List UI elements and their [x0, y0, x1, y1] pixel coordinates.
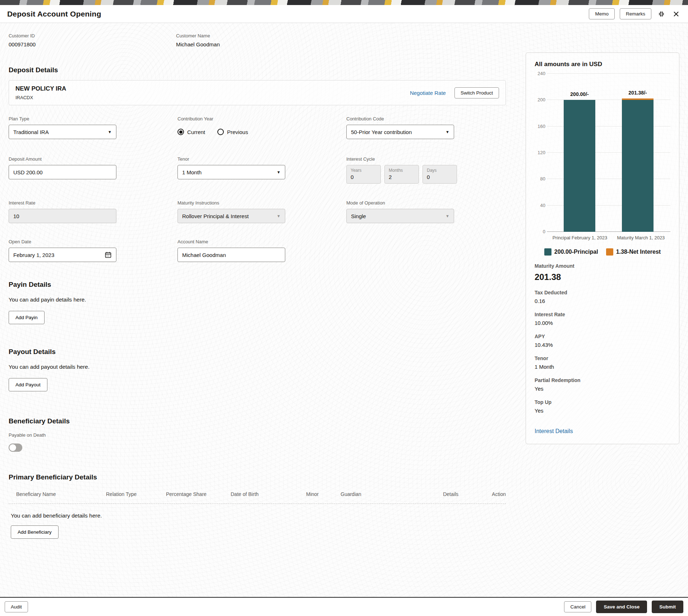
main-content: Customer ID 000971800 Customer Name Mich… [0, 23, 688, 597]
years-value: 0 [351, 174, 377, 180]
col-percentage-share: Percentage Share [166, 491, 231, 497]
chevron-down-icon: ▼ [445, 130, 449, 134]
chart-bars: 200.00/-201.38/- [547, 74, 670, 232]
memo-button[interactable]: Memo [589, 8, 615, 19]
bar-segment [564, 100, 595, 232]
beneficiary-details-heading: Beneficiary Details [9, 417, 515, 425]
contribution-code-label: Contribution Code [346, 116, 515, 121]
radio-unselected-icon [217, 129, 224, 135]
tenor-select[interactable]: 1 Month ▼ [177, 165, 285, 179]
col-beneficiary-name: Beneficiary Name [16, 491, 106, 497]
beneficiary-table-header: Beneficiary Name Relation Type Percentag… [9, 491, 506, 504]
open-date-label: Open Date [9, 239, 177, 244]
x-label-maturity: Maturity March 1, 2023 [617, 235, 665, 240]
interest-cycle-days: Days 0 [423, 165, 457, 184]
stat-tenor: Tenor 1 Month [535, 355, 670, 370]
app-header: Deposit Account Opening Memo Remarks [0, 5, 688, 23]
legend-net-interest-label: 1.38-Net Interest [616, 249, 661, 255]
add-payin-button[interactable]: Add Payin [9, 311, 45, 324]
interest-rate-label: Interest Rate [9, 200, 177, 206]
add-payout-button[interactable]: Add Payout [9, 378, 47, 391]
stat-label: Maturity Amount [535, 263, 670, 269]
stat-value: Yes [535, 408, 670, 414]
account-name-value: Michael Goodman [182, 252, 226, 258]
submit-button[interactable]: Submit [652, 601, 683, 613]
customer-summary: Customer ID 000971800 Customer Name Mich… [9, 33, 679, 47]
radio-selected-icon [177, 129, 184, 135]
col-date-of-birth: Date of Birth [231, 491, 306, 497]
interest-details-link[interactable]: Interest Details [535, 428, 573, 435]
radio-current[interactable]: Current [177, 129, 205, 135]
account-name-input[interactable]: Michael Goodman [177, 248, 285, 262]
switch-product-button[interactable]: Switch Product [454, 87, 499, 98]
x-label-principal: Principal February 1, 2023 [553, 235, 607, 240]
chevron-down-icon: ▼ [445, 214, 449, 218]
stat-apy: APY 10.43% [535, 334, 670, 348]
interest-cycle-group: Years 0 Months 2 Days 0 [346, 165, 515, 184]
bar-value-label: 201.38/- [613, 90, 663, 96]
remarks-button[interactable]: Remarks [620, 8, 651, 19]
interest-cycle-label: Interest Cycle [346, 156, 515, 162]
interest-cycle-months: Months 2 [384, 165, 419, 184]
bar-value-label: 200.00/- [554, 91, 605, 97]
chart-plot: 200.00/-201.38/- [547, 74, 670, 232]
contribution-code-select[interactable]: 50-Prior Year contribution ▼ [346, 125, 454, 139]
stat-label: Top Up [535, 399, 670, 405]
days-label: Days [427, 168, 453, 173]
years-label: Years [351, 168, 377, 173]
radio-previous-label: Previous [227, 129, 248, 135]
stat-label: Tenor [535, 355, 670, 361]
radio-previous[interactable]: Previous [217, 129, 248, 135]
summary-title: All amounts are in USD [535, 61, 670, 68]
decorative-banner [0, 0, 688, 5]
y-tick-label: 80 [540, 176, 545, 181]
payable-on-death-label: Payable on Death [9, 432, 515, 438]
contribution-code-value: 50-Prior Year contribution [351, 129, 412, 135]
account-name-label: Account Name [177, 239, 346, 244]
app-footer: Audit Cancel Save and Close Submit [0, 597, 688, 616]
legend-net-interest: 1.38-Net Interest [606, 248, 661, 256]
days-value: 0 [427, 174, 453, 180]
col-action: Action [458, 491, 506, 497]
y-tick-label: 240 [537, 71, 545, 76]
col-guardian: Guardian [341, 491, 431, 497]
interest-rate-value: 10 [13, 213, 19, 219]
payable-on-death-toggle[interactable] [9, 443, 22, 452]
months-value: 2 [389, 174, 415, 180]
stat-value: Yes [535, 386, 670, 392]
stat-value: 10.43% [535, 342, 670, 348]
negotiate-rate-link[interactable]: Negotiate Rate [410, 90, 446, 96]
y-tick-label: 0 [543, 229, 545, 234]
col-relation-type: Relation Type [106, 491, 166, 497]
radio-current-label: Current [187, 129, 205, 135]
payout-details-heading: Payout Details [9, 348, 515, 356]
col-minor: Minor [306, 491, 341, 497]
legend-net-interest-swatch [606, 248, 613, 256]
stat-value: 0.16 [535, 298, 670, 304]
save-and-close-button[interactable]: Save and Close [596, 601, 647, 613]
deposit-amount-input[interactable]: USD 200.00 [9, 165, 116, 179]
stat-tax-deducted: Tax Deducted 0.16 [535, 290, 670, 304]
stat-partial-redemption: Partial Redemption Yes [535, 377, 670, 392]
stat-value: 10.00% [535, 320, 670, 326]
tenor-value: 1 Month [182, 169, 202, 175]
calendar-icon[interactable] [105, 251, 112, 258]
deposit-form: Plan Type Traditional IRA ▼ Contribution… [9, 105, 515, 262]
open-date-value: February 1, 2023 [13, 252, 54, 258]
interest-rate-input: 10 [9, 209, 116, 223]
plan-type-select[interactable]: Traditional IRA ▼ [9, 125, 116, 139]
tenor-label: Tenor [177, 156, 346, 162]
mode-of-operation-label: Mode of Operation [346, 200, 515, 206]
stat-label: Partial Redemption [535, 377, 670, 383]
customer-name-value: Michael Goodman [176, 41, 343, 47]
open-date-input[interactable]: February 1, 2023 [9, 248, 116, 262]
add-beneficiary-button[interactable]: Add Beneficiary [11, 525, 59, 539]
months-label: Months [389, 168, 415, 173]
chevron-down-icon: ▼ [108, 130, 112, 134]
contribution-year-radio-group: Current Previous [177, 125, 346, 139]
close-icon[interactable] [671, 9, 681, 19]
stat-top-up: Top Up Yes [535, 399, 670, 414]
collapse-icon[interactable] [656, 9, 666, 19]
cancel-button[interactable]: Cancel [564, 601, 591, 612]
audit-button[interactable]: Audit [5, 601, 28, 612]
